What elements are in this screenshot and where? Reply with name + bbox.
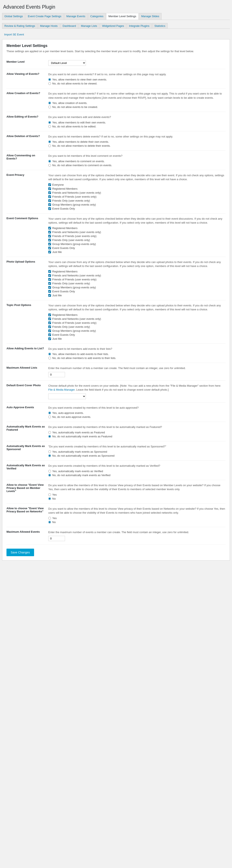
event-comment-options: Registered Members Friends and Networks … xyxy=(48,226,226,254)
allow-viewing-label: Allow Viewing of Events? xyxy=(6,69,48,88)
auto-verified-yes[interactable]: Yes, automatically mark events as Verifi… xyxy=(48,470,226,473)
privacy-registered[interactable]: Registered Members xyxy=(48,187,226,190)
allow-editing-no[interactable]: No, do not allow events to be edited. xyxy=(48,125,226,128)
main-content: Member Level Settings These settings are… xyxy=(2,39,230,561)
auto-featured-options: Yes, automatically mark events as Featur… xyxy=(48,431,226,438)
member-level-select[interactable]: Default Level xyxy=(48,60,86,66)
max-events-input[interactable] xyxy=(48,536,65,541)
topic-post-options: Registered Members Friends and Networks … xyxy=(48,313,226,340)
auto-approve-yes[interactable]: Yes, auto-approve events. xyxy=(48,411,226,414)
allow-editing-label: Allow Editing of Events? xyxy=(6,112,48,131)
allow-commenting-no[interactable]: No, do not allow members to comment on e… xyxy=(48,164,226,167)
privacy-group-members[interactable]: Group Members (group events only) xyxy=(48,203,226,206)
adding-list-no[interactable]: No, do not allow members to add events t… xyxy=(48,356,226,360)
allow-commenting-desc: Do you want to let members of this level… xyxy=(48,154,226,158)
auto-sponsored-yes[interactable]: Yes, automatically mark events as Sponso… xyxy=(48,450,226,453)
allow-deletion-desc: Do you want to let members delete events… xyxy=(48,134,226,139)
allow-viewing-no[interactable]: No, do not allow events to be viewed. xyxy=(48,82,226,85)
topic-friends-networks[interactable]: Friends and Networks (user events only) xyxy=(48,317,226,320)
tab-manage-lists[interactable]: Manage Lists xyxy=(79,23,99,29)
allow-viewing-yes[interactable]: Yes, allow members to view their own eve… xyxy=(48,78,226,81)
section-title: Member Level Settings xyxy=(6,43,226,48)
event-privacy-networks-no[interactable]: No xyxy=(48,521,226,524)
tab-review-rating[interactable]: Review & Rating Settings xyxy=(2,23,37,29)
allow-viewing-options: Yes, allow members to view their own eve… xyxy=(48,78,226,85)
topic-friends-of-friends[interactable]: Friends of Friends (user events only) xyxy=(48,321,226,324)
auto-sponsored-options: Yes, automatically mark events as Sponso… xyxy=(48,450,226,457)
event-privacy-networks-yes[interactable]: Yes xyxy=(48,517,226,520)
allow-creation-desc: Do you want to let users create events? … xyxy=(48,92,226,100)
auto-featured-yes[interactable]: Yes, automatically mark events as Featur… xyxy=(48,431,226,434)
event-privacy-member-no[interactable]: No xyxy=(48,497,226,500)
auto-approve-no[interactable]: No, do not auto-approve events. xyxy=(48,415,226,418)
comment-friends-only[interactable]: Friends Only (user events only) xyxy=(48,239,226,242)
privacy-friends-of-friends[interactable]: Friends of Friends (user events only) xyxy=(48,195,226,198)
allow-creation-options: Yes, allow creation of events. No, do no… xyxy=(48,101,226,108)
event-privacy-member-levels-options: Yes No xyxy=(48,493,226,500)
privacy-event-guests[interactable]: Event Guests Only xyxy=(48,207,226,210)
comment-friends-of-friends[interactable]: Friends of Friends (user events only) xyxy=(48,235,226,238)
event-comment-label: Event Comment Options xyxy=(6,213,48,257)
save-button[interactable]: Save Changes xyxy=(6,549,34,556)
allow-editing-desc: Do you want to let members edit and dele… xyxy=(48,115,226,119)
tab-event-create-page[interactable]: Event Create Page Settings xyxy=(26,13,64,20)
comment-event-guests[interactable]: Event Guests Only xyxy=(48,246,226,250)
event-privacy-desc: Your users can choose from any of the op… xyxy=(48,173,226,182)
max-lists-input[interactable] xyxy=(48,372,65,377)
allow-creation-no[interactable]: No, do not allow events to be created. xyxy=(48,105,226,108)
tab-global-settings[interactable]: Global Settings xyxy=(2,13,25,20)
tab-manage-hosts[interactable]: Manage Hosts xyxy=(38,23,60,29)
tab-integrate-plugins[interactable]: Integrate Plugins xyxy=(127,23,152,29)
allow-editing-options: Yes, allow members to edit their own eve… xyxy=(48,121,226,128)
auto-featured-label: Automatically Mark Events as Featured xyxy=(6,422,48,441)
auto-sponsored-desc: "Do you want events created by members o… xyxy=(48,444,226,449)
file-media-manager-link[interactable]: File & Media Manager xyxy=(48,388,75,391)
event-privacy-member-yes[interactable]: Yes xyxy=(48,493,226,496)
photo-friends-networks[interactable]: Friends and Networks (user events only) xyxy=(48,274,226,277)
max-lists-label: Maximum Allowed Lists xyxy=(6,363,48,380)
tab-categories[interactable]: Categories xyxy=(88,13,106,20)
allow-creation-yes[interactable]: Yes, allow creation of events. xyxy=(48,101,226,104)
privacy-everyone[interactable]: Everyone xyxy=(48,183,226,186)
tab-statistics[interactable]: Statistics xyxy=(152,23,168,29)
event-privacy-networks-label: Allow to choose "Event View Privacy Base… xyxy=(6,503,48,527)
tab-member-level-settings[interactable]: Member Level Settings xyxy=(106,13,139,20)
auto-featured-no[interactable]: No, do not automatically mark events as … xyxy=(48,435,226,438)
comment-group-members[interactable]: Group Members (group events only) xyxy=(48,243,226,246)
photo-just-me[interactable]: Just Me xyxy=(48,294,226,297)
nav-row2: Review & Rating Settings Manage Hosts Da… xyxy=(0,23,232,29)
photo-group-members[interactable]: Group Members (group events only) xyxy=(48,286,226,289)
comment-just-me[interactable]: Just Me xyxy=(48,250,226,254)
photo-friends-of-friends[interactable]: Friends of Friends (user events only) xyxy=(48,278,226,281)
topic-registered[interactable]: Registered Members xyxy=(48,313,226,316)
section-desc: These settings are applied on a per memb… xyxy=(6,50,226,53)
tab-manage-slides[interactable]: Manage Slides xyxy=(139,13,162,20)
tab-manage-events[interactable]: Manage Events xyxy=(64,13,87,20)
allow-deletion-yes[interactable]: Yes, allow members to delete their own e… xyxy=(48,140,226,143)
topic-just-me[interactable]: Just Me xyxy=(48,337,226,340)
auto-sponsored-no[interactable]: No, do not automatically mark events as … xyxy=(48,454,226,457)
topic-group-members[interactable]: Group Members (group events only) xyxy=(48,329,226,332)
topic-friends-only[interactable]: Friends Only (user events only) xyxy=(48,325,226,329)
photo-event-guests[interactable]: Event Guests Only xyxy=(48,290,226,293)
allow-deletion-no[interactable]: No, do not allow members to delete their… xyxy=(48,144,226,147)
comment-friends-networks[interactable]: Friends and Networks (user events only) xyxy=(48,230,226,234)
topic-event-guests[interactable]: Event Guests Only xyxy=(48,333,226,336)
default-cover-select[interactable] xyxy=(48,394,86,399)
allow-commenting-yes[interactable]: Yes, allow members to comment on events. xyxy=(48,160,226,163)
auto-verified-no[interactable]: No, do not automatically mark events as … xyxy=(48,474,226,477)
privacy-friends-networks[interactable]: Friends and Networks (user events only) xyxy=(48,191,226,194)
photo-friends-only[interactable]: Friends Only (user events only) xyxy=(48,282,226,285)
adding-list-yes[interactable]: Yes, allow members to add events to thei… xyxy=(48,352,226,355)
allow-creation-label: Allow Creation of Events? xyxy=(6,88,48,112)
event-privacy-member-levels-label: Allow to choose "Event View Privacy Base… xyxy=(6,480,48,503)
allow-editing-yes[interactable]: Yes, allow members to edit their own eve… xyxy=(48,121,226,124)
allow-deletion-options: Yes, allow members to delete their own e… xyxy=(48,140,226,147)
settings-form: Member Level Default Level Allow Viewing… xyxy=(6,57,226,545)
import-se-event-link[interactable]: Import SE Event xyxy=(2,32,26,37)
tab-dashboard[interactable]: Dashboard xyxy=(61,23,78,29)
comment-registered[interactable]: Registered Members xyxy=(48,226,226,230)
privacy-friends-only[interactable]: Friends Only (user events only) xyxy=(48,199,226,202)
tab-widgetized-pages[interactable]: Widgetized Pages xyxy=(100,23,126,29)
photo-registered[interactable]: Registered Members xyxy=(48,270,226,273)
